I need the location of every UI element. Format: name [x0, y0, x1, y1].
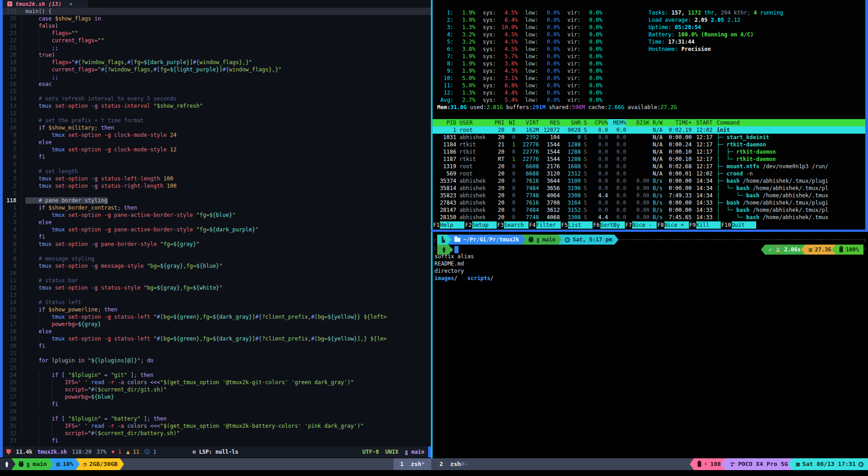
tmux-window-2[interactable]: 2 zsh#- [433, 458, 474, 470]
code-line[interactable]: 11 # set the prefix + t time format [0, 117, 431, 124]
code-line[interactable]: 16 esac [0, 80, 431, 88]
process-row[interactable]: 1root200162M120729028S0.00.0N/A0:02.1912… [433, 126, 865, 134]
code-line[interactable]: 21 ;; [0, 44, 431, 51]
column-header-pri[interactable]: PRI [491, 119, 504, 126]
code-line[interactable]: 27 powerbg=${blue} [0, 393, 431, 401]
process-row[interactable]: 1319root200660821761688S0.00.0N/A0:02.68… [433, 163, 865, 170]
code-line[interactable]: 10 [0, 270, 431, 277]
process-row[interactable]: 569root200668831202312S0.00.0N/A0:00.011… [433, 170, 865, 177]
process-row[interactable]: 28147abhishek200748436123152S0.00.00.00 … [433, 206, 865, 214]
code-line[interactable]: 11 # status bar [0, 277, 431, 284]
code-line[interactable]: 8 # message styling [0, 255, 431, 262]
directory-item[interactable]: scripts/ [467, 275, 494, 281]
tmux-window-1[interactable]: 1 zsh* [394, 458, 431, 470]
terminal-pane[interactable]: ╭▙~/Pr/Gi/Pr/tmux2kɣmainSat, 5:17 pm╮ ╰❯… [433, 232, 868, 458]
code-line[interactable]: 33 fi [0, 437, 431, 444]
fkey-f7[interactable]: F7Nice - [625, 221, 657, 229]
column-header-disk-r-w[interactable]: DISK R/W [626, 119, 663, 126]
process-row[interactable]: 1187rtkitRT12277615441288S0.00.0N/A0:00.… [433, 155, 865, 163]
code-line[interactable]: 24 if [ "$lplugin" = "git" ]; then [0, 371, 431, 379]
code-line[interactable]: 28 fi [0, 401, 431, 408]
code-line[interactable]: 8 else [0, 139, 431, 146]
process-row[interactable]: 1186rtkit2002277615441288S0.00.0N/A0:00.… [433, 148, 865, 155]
column-header-virt[interactable]: VIRT [515, 119, 539, 126]
code-line[interactable]: 31 IFS=' ' read -r -a colors <<<"$(get_t… [0, 422, 431, 430]
process-table-header[interactable]: PIDUSERPRINIVIRTRESSHRSCPU%MEM%DISK R/WT… [433, 119, 865, 126]
code-line[interactable]: 3 tmux set-option -g status-left-length … [0, 175, 431, 182]
code-line[interactable]: 20 true) [0, 51, 431, 59]
code-line[interactable]: 15 if $show_powerline; then [0, 306, 431, 313]
code-line[interactable]: 25 IFS=' ' read -r -a colors <<<"$(get_t… [0, 379, 431, 386]
code-line[interactable]: 21 [0, 350, 431, 357]
fkey-f6[interactable]: F6SortBy [593, 221, 624, 229]
code-line[interactable]: 2 tmux set-option -g pane-active-border-… [0, 211, 431, 219]
column-header-cpu-[interactable]: CPU% [590, 119, 608, 126]
code-line[interactable]: 23 [0, 364, 431, 371]
code-line[interactable]: 17 powerbg=${gray} [0, 321, 431, 328]
column-header-mem-[interactable]: MEM% [608, 119, 626, 126]
code-line[interactable]: 16 tmux set-option -g status-left "#[bg=… [0, 313, 431, 321]
fkey-f10[interactable]: F10Quit [721, 221, 756, 229]
column-header-time-[interactable]: TIME+ [663, 119, 692, 126]
column-header-pid[interactable]: PID [433, 119, 456, 126]
editor-tab[interactable]: > tmux2k.sh (13) × [4, 0, 88, 8]
code-line[interactable]: 24 false) [0, 22, 431, 30]
scrollbar-stripe[interactable] [0, 0, 3, 446]
code-line[interactable]: 3 else [0, 219, 431, 226]
column-header-shr[interactable]: SHR [560, 119, 581, 126]
code-line[interactable]: 29 [0, 408, 431, 415]
code-line[interactable]: 20 fi [0, 342, 431, 350]
code-line[interactable]: 26 script="#($current_dir/git.sh)" [0, 386, 431, 393]
code-line[interactable]: 10 if $show_military; then [0, 124, 431, 131]
code-line[interactable]: 7 [0, 248, 431, 255]
column-header-user[interactable]: USER [456, 119, 491, 126]
fkey-f3[interactable]: F3Search [497, 221, 529, 229]
code-area[interactable]: 25 case $show_flags in24 false)23 flags=… [0, 15, 431, 444]
code-line[interactable]: 18 current_flags="#{?window_flags,#[fg=$… [0, 66, 431, 73]
process-row[interactable]: 35823abhishek200774840643308S4.40.00.00 … [433, 192, 865, 199]
code-line[interactable]: 13 tmux set-option -g status-interval "$… [0, 102, 431, 110]
process-row[interactable]: 35814abhishek200748436563196S0.00.00.00 … [433, 185, 865, 192]
column-header-ni[interactable]: NI [504, 119, 515, 126]
fkey-f1[interactable]: F1Help [433, 221, 464, 229]
fkey-f2[interactable]: F2Setup [464, 221, 496, 229]
fkey-f9[interactable]: F9Kill [689, 221, 721, 229]
code-line[interactable]: 30 if [ "$lplugin" = "battery" ]; then [0, 415, 431, 422]
code-line[interactable]: 17 ;; [0, 73, 431, 80]
code-line[interactable]: 7 tmux set-option -g clock-mode-style 12 [0, 146, 431, 153]
code-line[interactable]: 2 tmux set-option -g status-right-length… [0, 182, 431, 190]
code-line[interactable]: 6 fi [0, 153, 431, 160]
code-line[interactable]: 25 case $show_flags in [0, 15, 431, 22]
code-line[interactable]: 19 tmux set-option -g status-left "#[bg=… [0, 335, 431, 342]
code-line[interactable]: 13 [0, 291, 431, 299]
column-header-s[interactable]: S [581, 119, 590, 126]
process-row[interactable]: 28150abhishek200774840683308S4.40.00.00 … [433, 214, 865, 221]
process-row[interactable]: 1031abhishek20023921040S0.00.0N/A0:00.00… [433, 134, 865, 141]
code-line[interactable]: 9 tmux set-option -g message-style "bg=$… [0, 262, 431, 270]
code-line[interactable]: 5 fi [0, 233, 431, 241]
fkey-f4[interactable]: F4Filter [529, 221, 560, 229]
code-line[interactable]: 22 current_flags="" [0, 37, 431, 44]
process-row[interactable]: 35374abhishek200761636443100S0.00.00.00 … [433, 177, 865, 185]
code-line[interactable]: 118 # pane border styling [0, 197, 431, 204]
code-line[interactable]: 12 tmux set-option -g status-style "bg=$… [0, 284, 431, 291]
fkey-f8[interactable]: F8Nice + [657, 221, 688, 229]
code-line[interactable]: 23 flags="" [0, 30, 431, 37]
column-header-start[interactable]: START [692, 119, 713, 126]
editor-pane[interactable]: > tmux2k.sh (13) × 110main() { 25 case $… [0, 0, 431, 458]
code-line[interactable]: 22 for lplugin in "${lplugins[@]}"; do [0, 357, 431, 364]
code-line[interactable]: 19 flags="#{?window_flags,#[fg=${dark_pu… [0, 59, 431, 66]
code-line[interactable]: 1 if $show_border_contrast; then [0, 204, 431, 211]
code-line[interactable]: 9 tmux set-option -g clock-mode-style 24 [0, 131, 431, 139]
process-row[interactable]: 27843abhishek200761637083164S0.00.00.00 … [433, 199, 865, 206]
htop-pane[interactable]: 1:1.9% sys:4.5% low:0.0% vir:0.0%2:1.9% … [433, 0, 865, 230]
code-line[interactable]: 12 [0, 110, 431, 117]
code-line[interactable]: 32 script="#($current_dir/battery.sh)" [0, 430, 431, 437]
process-row[interactable]: 1184rtkit2112277615441288S0.00.0N/A0:00.… [433, 141, 865, 148]
code-line[interactable]: 1 [0, 190, 431, 197]
code-line[interactable]: 4 tmux set-option -g pane-active-border-… [0, 226, 431, 233]
code-line[interactable]: 14 # Status left [0, 299, 431, 306]
column-header-command[interactable]: Command [713, 119, 865, 126]
code-line[interactable]: 18 else [0, 328, 431, 335]
code-line[interactable]: 5 [0, 160, 431, 168]
